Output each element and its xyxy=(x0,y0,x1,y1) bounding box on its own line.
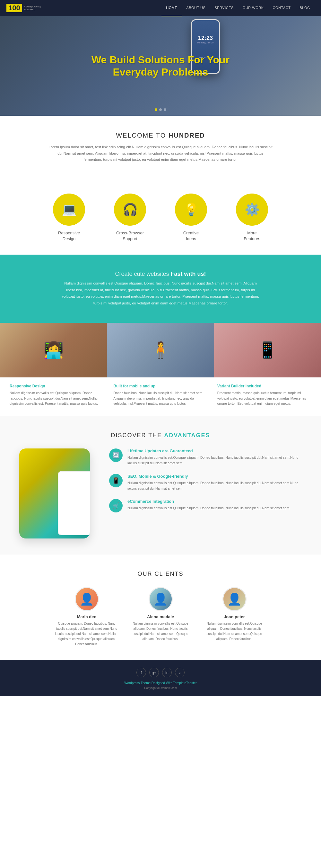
nav-ourwork[interactable]: OUR WORK xyxy=(238,0,269,16)
advantages-header: DISCOVER THE ADVANTAGES xyxy=(19,432,302,439)
hero-section: 12:23 Monday, July 29 slide to unlock We… xyxy=(0,16,321,116)
clients-section: OUR CLIENTS Maria deo Quisque aliquam. D… xyxy=(0,555,321,660)
hero-content: We Build Solutions For Your Everyday Pro… xyxy=(85,47,236,85)
client-text-2: Nullam dignissim convallis est.Quisque a… xyxy=(129,621,192,642)
hero-dot-3[interactable] xyxy=(164,108,166,111)
clients-row: Maria deo Quisque aliquam. Donec faucibu… xyxy=(13,587,308,647)
photo-info-text-1: Nullam dignissim convallis est.Quisque a… xyxy=(10,390,104,406)
welcome-body: Lorem ipsum dolor sit amet, test link ad… xyxy=(48,144,273,163)
nav-home[interactable]: HOME xyxy=(162,0,182,17)
adv-icon-1: 🔄 xyxy=(109,448,122,462)
bulb-icon: 💡 xyxy=(184,203,199,217)
photo-col-3 xyxy=(214,323,321,377)
footer-social: f g+ in ♪ xyxy=(6,668,315,677)
photo-info-2: Built for mobile and up Donec faucibus. … xyxy=(110,384,211,406)
teal-body: Nullam dignissim convallis est.Quisque a… xyxy=(61,280,260,307)
photo-info-title-1: Responsive Design xyxy=(10,384,104,389)
client-text-3: Nullam dignissim convallis est.Quisque a… xyxy=(202,621,266,642)
social-twitter[interactable]: ♪ xyxy=(175,668,185,677)
client-name-3: Joan peter xyxy=(202,614,266,619)
hero-dot-2[interactable] xyxy=(159,108,162,111)
photo-3 xyxy=(214,323,321,377)
nav-links: HOME ABOUT US SERVICES OUR WORK CONTACT … xyxy=(162,0,315,17)
gear-icon: ⚙️ xyxy=(245,203,260,217)
phone-mockup-inner xyxy=(58,471,90,535)
advantages-title: DISCOVER THE ADVANTAGES xyxy=(19,432,302,439)
teal-section: Create cute websites Fast with us! Nulla… xyxy=(0,255,321,323)
feature-creative: 💡 CreativeIdeas xyxy=(167,193,215,242)
feature-circle-3: 💡 xyxy=(175,193,207,226)
adv-title-3: eCommerce Integration xyxy=(128,499,290,504)
feature-responsive: 💻 ResponsiveDesign xyxy=(45,193,93,242)
photo-info-row: Responsive Design Nullam dignissim conva… xyxy=(0,377,321,416)
photo-info-text-2: Donec faucibus. Nunc iaculis suscipit du… xyxy=(113,390,207,406)
navbar: 100 A Design Agency HUNDRED HOME ABOUT U… xyxy=(0,0,321,16)
adv-text-1: Nullam dignissim convallis est.Quisque a… xyxy=(128,455,302,466)
client-2: Alena medale Nullam dignissim convallis … xyxy=(129,587,192,647)
headphone-icon: 🎧 xyxy=(122,203,138,217)
adv-icon-3: 🛒 xyxy=(109,499,122,513)
feature-label-2: Cross-BrowserSupport xyxy=(116,230,144,242)
hero-dot-1[interactable] xyxy=(155,108,157,111)
logo[interactable]: 100 A Design Agency HUNDRED xyxy=(6,4,41,12)
advantages-inner: 🔄 Lifetime Updates are Guaranteed Nullam… xyxy=(19,448,302,538)
photo-info-title-3: Variant Builder included xyxy=(217,384,311,389)
feature-label-1: ResponsiveDesign xyxy=(58,230,80,242)
photo-row xyxy=(0,323,321,377)
feature-circle-1: 💻 xyxy=(53,193,85,226)
advantages-section: DISCOVER THE ADVANTAGES 🔄 Lifetime Updat… xyxy=(0,416,321,555)
nav-about[interactable]: ABOUT US xyxy=(182,0,210,16)
client-name-1: Maria deo xyxy=(55,614,119,619)
features-row: 💻 ResponsiveDesign 🎧 Cross-BrowserSuppor… xyxy=(0,187,321,255)
photo-info-title-2: Built for mobile and up xyxy=(113,384,207,389)
social-facebook[interactable]: f xyxy=(136,668,146,677)
logo-number: 100 xyxy=(6,4,22,12)
photo-col-1 xyxy=(0,323,107,377)
photo-info-1: Responsive Design Nullam dignissim conva… xyxy=(6,384,107,406)
client-3: Joan peter Nullam dignissim convallis es… xyxy=(202,587,266,647)
advantage-item-3: 🛒 eCommerce Integration Nullam dignissim… xyxy=(109,499,302,513)
advantage-item-2: 📱 SEO, Mobile & Google-friendly Nullam d… xyxy=(109,474,302,491)
feature-label-3: CreativeIdeas xyxy=(183,230,199,242)
clients-title: OUR CLIENTS xyxy=(13,570,308,578)
social-linkedin[interactable]: in xyxy=(162,668,172,677)
welcome-title: WELCOME TO HUNDRED xyxy=(26,132,295,139)
adv-text-3: Nullam dignissim convallis est.Quisque a… xyxy=(128,505,290,511)
footer-copyright: Copyright@Example.com xyxy=(6,686,315,689)
client-name-2: Alena medale xyxy=(129,614,192,619)
feature-more: ⚙️ MoreFeatures xyxy=(228,193,276,242)
adv-icon-2: 📱 xyxy=(109,474,122,487)
welcome-section: WELCOME TO HUNDRED Lorem ipsum dolor sit… xyxy=(0,116,321,187)
nav-blog[interactable]: BLOG xyxy=(295,0,315,16)
nav-services[interactable]: SERVICES xyxy=(210,0,238,16)
client-avatar-2 xyxy=(149,587,173,611)
footer-link[interactable]: Wordpress Theme Designed With TemplateTo… xyxy=(6,681,315,685)
advantage-item-1: 🔄 Lifetime Updates are Guaranteed Nullam… xyxy=(109,448,302,466)
photo-info-text-3: Praesent mattis, massa quis luctus ferme… xyxy=(217,390,311,406)
feature-circle-4: ⚙️ xyxy=(236,193,268,226)
social-googleplus[interactable]: g+ xyxy=(149,668,159,677)
client-text-1: Quisque aliquam. Donec faucibus. Nunc ia… xyxy=(55,621,119,647)
photo-col-2 xyxy=(107,323,214,377)
photo-2 xyxy=(107,323,214,377)
footer: f g+ in ♪ Wordpress Theme Designed With … xyxy=(0,660,321,696)
hero-title: We Build Solutions For Your Everyday Pro… xyxy=(92,54,229,79)
advantages-left xyxy=(19,448,100,538)
nav-contact[interactable]: CONTACT xyxy=(269,0,295,16)
client-avatar-1 xyxy=(75,587,99,611)
adv-text-2: Nullam dignissim convallis est.Quisque a… xyxy=(128,480,302,491)
client-1: Maria deo Quisque aliquam. Donec faucibu… xyxy=(55,587,119,647)
hero-dots xyxy=(155,108,166,111)
logo-text: A Design Agency HUNDRED xyxy=(24,5,41,11)
feature-browser: 🎧 Cross-BrowserSupport xyxy=(106,193,154,242)
feature-label-4: MoreFeatures xyxy=(244,230,260,242)
laptop-icon: 💻 xyxy=(62,203,77,217)
phone-mockup-advantages xyxy=(19,448,90,538)
phone-date: Monday, July 29 xyxy=(198,41,213,44)
teal-subtitle: Create cute websites Fast with us! xyxy=(26,271,295,277)
photo-1 xyxy=(0,323,107,377)
adv-title-2: SEO, Mobile & Google-friendly xyxy=(128,474,302,479)
feature-circle-2: 🎧 xyxy=(114,193,146,226)
advantages-right: 🔄 Lifetime Updates are Guaranteed Nullam… xyxy=(109,448,302,521)
client-avatar-3 xyxy=(222,587,247,611)
